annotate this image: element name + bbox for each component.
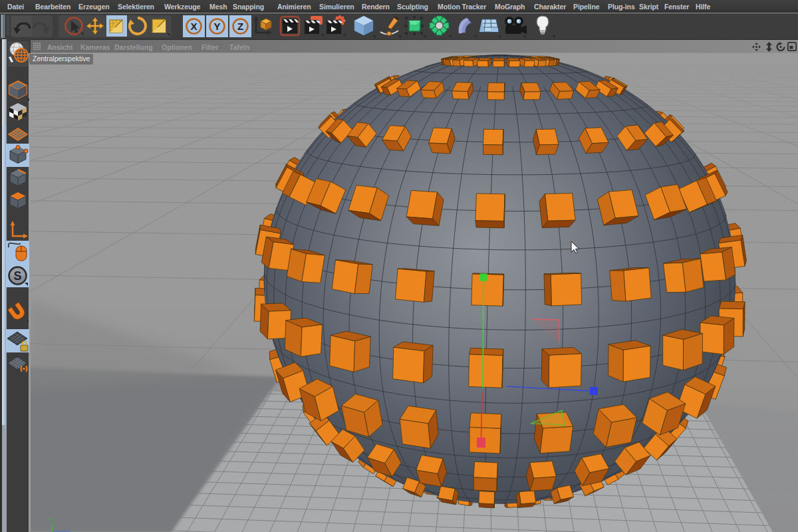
svg-text:X: X — [190, 21, 197, 32]
svg-text:S: S — [13, 269, 21, 283]
svg-text:Y: Y — [213, 21, 220, 32]
svg-text:Y: Y — [49, 516, 53, 523]
svg-text:Z: Z — [237, 21, 243, 32]
